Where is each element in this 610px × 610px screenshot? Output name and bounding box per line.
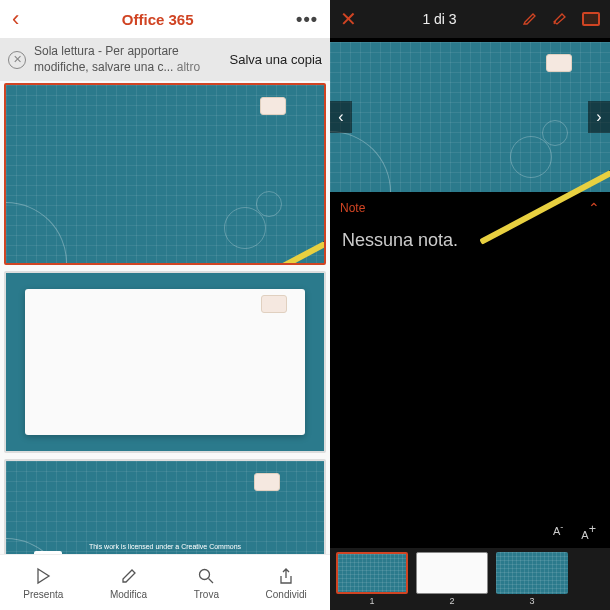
mini-thumb-3[interactable]: 3 [496, 552, 568, 606]
highlighter-tool-icon[interactable] [552, 9, 568, 29]
notes-body[interactable]: Nessuna nota. [330, 220, 610, 516]
slide-thumb-2[interactable] [4, 271, 326, 453]
readonly-more-link[interactable]: altro [177, 60, 200, 74]
paper-graphic [25, 289, 305, 435]
app-title: Office 365 [122, 11, 194, 28]
eraser-graphic [261, 295, 287, 313]
pencil-icon [119, 566, 139, 586]
gear-icon [256, 191, 282, 217]
svg-line-1 [209, 578, 214, 583]
more-button[interactable]: ••• [296, 9, 318, 30]
web-decoration [6, 203, 66, 263]
presenter-tools [522, 9, 600, 29]
slide-thumb-1[interactable] [4, 83, 326, 265]
eraser-graphic [260, 97, 286, 115]
present-label: Presenta [23, 589, 63, 600]
back-button[interactable]: ‹ [12, 6, 19, 32]
next-slide-button[interactable]: › [588, 101, 610, 133]
slide-thumb-3[interactable]: CC This work is licensed under a Creativ… [4, 459, 326, 554]
present-button[interactable]: Presenta [23, 566, 63, 600]
close-presenter-button[interactable]: ✕ [340, 7, 357, 31]
view-mode-icon[interactable] [582, 12, 600, 26]
mini-thumb-2[interactable]: 2 [416, 552, 488, 606]
top-bar: ‹ Office 365 ••• [0, 0, 330, 38]
share-icon [276, 566, 296, 586]
gear-icon [542, 120, 568, 146]
presenter-panel: ✕ 1 di 3 ‹ › Note ⌃ Nessuna nota. A- A+ [330, 0, 610, 610]
svg-point-0 [200, 569, 210, 579]
save-copy-button[interactable]: Salva una copia [229, 52, 322, 67]
thumb-number: 3 [529, 596, 534, 606]
slides-list: CC This work is licensed under a Creativ… [0, 81, 330, 554]
readonly-text: Sola lettura - Per apportare modifiche, … [34, 44, 217, 75]
share-button[interactable]: Condividi [266, 566, 307, 600]
license-text: This work is licensed under a Creative C… [38, 542, 292, 554]
find-button[interactable]: Trova [194, 566, 219, 600]
thumb-number: 1 [369, 596, 374, 606]
presenter-topbar: ✕ 1 di 3 [330, 0, 610, 38]
eraser-graphic [546, 54, 572, 72]
chevron-up-icon: ⌃ [588, 200, 600, 216]
share-label: Condividi [266, 589, 307, 600]
eraser-graphic [254, 473, 280, 491]
slide-counter: 1 di 3 [422, 11, 456, 27]
slide-preview: ‹ › [330, 38, 610, 196]
readonly-message: Sola lettura - Per apportare modifiche, … [34, 44, 179, 74]
readonly-banner: ✕ Sola lettura - Per apportare modifiche… [0, 38, 330, 81]
bottom-toolbar: Presenta Modifica Trova Condividi [0, 554, 330, 610]
close-banner-icon[interactable]: ✕ [8, 51, 26, 69]
thumbnail-strip: 1 2 3 [330, 548, 610, 610]
play-icon [33, 566, 53, 586]
web-decoration [330, 132, 390, 192]
edit-button[interactable]: Modifica [110, 566, 147, 600]
prev-slide-button[interactable]: ‹ [330, 101, 352, 133]
font-decrease-button[interactable]: A- [553, 522, 563, 542]
notes-header[interactable]: Note ⌃ [330, 196, 610, 220]
notes-label: Note [340, 201, 365, 215]
font-increase-button[interactable]: A+ [581, 522, 596, 542]
find-label: Trova [194, 589, 219, 600]
font-size-controls: A- A+ [330, 516, 610, 548]
editor-panel: ‹ Office 365 ••• ✕ Sola lettura - Per ap… [0, 0, 330, 610]
edit-label: Modifica [110, 589, 147, 600]
thumb-number: 2 [449, 596, 454, 606]
search-icon [196, 566, 216, 586]
mini-thumb-1[interactable]: 1 [336, 552, 408, 606]
pen-tool-icon[interactable] [522, 9, 538, 29]
